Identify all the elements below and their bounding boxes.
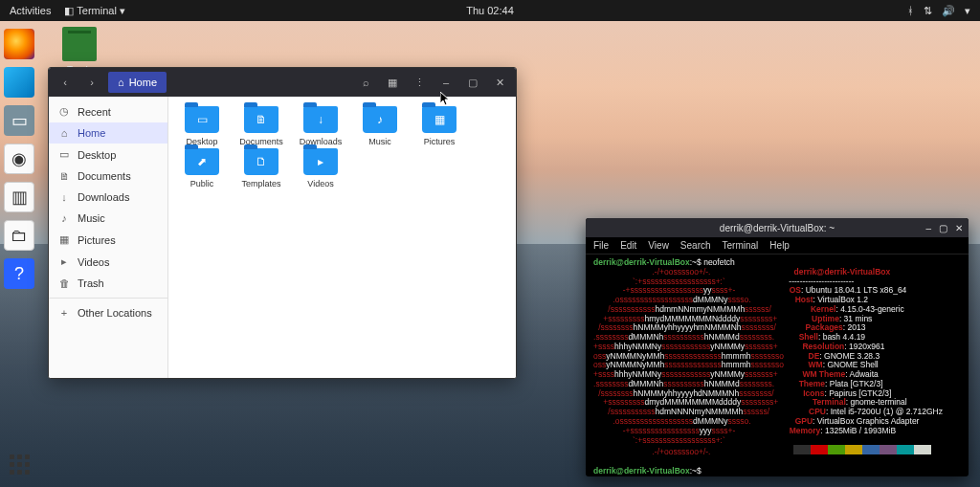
folder-templates[interactable]: 🗋Templates: [235, 148, 287, 188]
desktop-icon: ▭: [58, 148, 70, 161]
folder-downloads[interactable]: ↓Downloads: [295, 106, 346, 146]
cursor-icon: [440, 92, 452, 107]
terminal-titlebar[interactable]: derrik@derrik-VirtualBox: ~ – ▢ ✕: [586, 218, 969, 237]
sidebar-item-home[interactable]: ⌂Home: [49, 122, 167, 144]
view-toggle-button[interactable]: ▦: [382, 72, 403, 93]
music-icon: ♪: [363, 106, 397, 133]
activities-button[interactable]: Activities: [10, 5, 51, 17]
folder-public[interactable]: ⬈Public: [176, 148, 228, 188]
files-icon-view[interactable]: ▭Desktop 🗎Documents ↓Downloads ♪Music ▦P…: [168, 97, 516, 378]
network-icon[interactable]: ⇅: [924, 5, 932, 17]
public-icon: ⬈: [185, 148, 219, 175]
dock-firefox[interactable]: [4, 29, 34, 59]
pictures-icon: ▦: [58, 233, 70, 246]
download-icon: ↓: [303, 106, 338, 133]
top-panel: Activities ◧ Terminal ▾ Thu 02:44 ᚼ ⇅ 🔊 …: [0, 0, 980, 21]
files-sidebar: ◷Recent ⌂Home ▭Desktop 🗎Documents ↓Downl…: [49, 97, 168, 378]
power-icon[interactable]: ▾: [965, 5, 970, 17]
hamburger-button[interactable]: ⋮: [409, 72, 430, 93]
menu-file[interactable]: File: [593, 240, 609, 251]
folder-pictures[interactable]: ▦Pictures: [413, 106, 465, 146]
sidebar-item-downloads[interactable]: ↓Downloads: [49, 187, 167, 208]
dock-files[interactable]: 🗀: [4, 220, 34, 251]
maximize-button[interactable]: ▢: [462, 72, 483, 93]
show-applications-button[interactable]: [10, 454, 31, 476]
back-button[interactable]: ‹: [55, 72, 76, 93]
music-icon: ♪: [58, 212, 70, 224]
terminal-close-button[interactable]: ✕: [955, 223, 963, 233]
videos-icon: ▸: [58, 255, 70, 268]
dock-libreoffice[interactable]: ▥: [4, 182, 34, 212]
sidebar-item-documents[interactable]: 🗎Documents: [49, 166, 167, 187]
terminal-maximize-button[interactable]: ▢: [939, 223, 947, 233]
minimize-button[interactable]: –: [435, 72, 457, 93]
dock-software[interactable]: ▭: [4, 105, 34, 136]
files-window: ‹ › ⌂ Home ⌕ ▦ ⋮ – ▢ ✕ ◷Recent ⌂Home ▭De…: [48, 67, 517, 379]
folder-documents[interactable]: 🗎Documents: [235, 106, 287, 146]
path-bar-home[interactable]: ⌂ Home: [108, 72, 167, 93]
folder-music[interactable]: ♪Music: [354, 106, 406, 146]
terminal-title: derrik@derrik-VirtualBox: ~: [720, 223, 835, 233]
app-menu[interactable]: ◧ Terminal ▾: [64, 5, 124, 17]
trash-icon: [62, 27, 97, 61]
dock-rhythmbox[interactable]: ◉: [4, 144, 34, 174]
folder-desktop[interactable]: ▭Desktop: [176, 106, 228, 146]
close-button[interactable]: ✕: [489, 72, 510, 93]
dock-help[interactable]: ?: [4, 258, 34, 289]
sidebar-item-music[interactable]: ♪Music: [49, 208, 167, 229]
terminal-output[interactable]: derrik@derrik-VirtualBox:~$ neofetch .-/…: [586, 255, 969, 476]
sidebar-item-pictures[interactable]: ▦Pictures: [49, 229, 167, 251]
clock-icon: ◷: [58, 105, 70, 118]
sidebar-item-desktop[interactable]: ▭Desktop: [49, 144, 167, 166]
sidebar-item-other-locations[interactable]: +Other Locations: [49, 302, 167, 323]
sidebar-item-recent[interactable]: ◷Recent: [49, 100, 167, 122]
menu-edit[interactable]: Edit: [620, 240, 636, 251]
folder-videos[interactable]: ▸Videos: [295, 148, 346, 188]
document-icon: 🗎: [244, 106, 278, 133]
plus-icon: +: [58, 307, 70, 319]
sidebar-item-videos[interactable]: ▸Videos: [49, 251, 167, 273]
image-icon: ▦: [422, 106, 457, 133]
monitor-icon: ▭: [185, 106, 219, 133]
template-icon: 🗋: [244, 148, 278, 175]
path-label: Home: [129, 77, 157, 88]
menu-search[interactable]: Search: [680, 240, 711, 251]
clock[interactable]: Thu 02:44: [466, 5, 514, 16]
search-button[interactable]: ⌕: [355, 72, 376, 93]
sidebar-item-trash[interactable]: 🗑Trash: [49, 273, 167, 294]
menu-terminal[interactable]: Terminal: [723, 240, 759, 251]
documents-icon: 🗎: [58, 170, 70, 182]
menu-view[interactable]: View: [648, 240, 669, 251]
terminal-window: derrik@derrik-VirtualBox: ~ – ▢ ✕ File E…: [586, 218, 969, 476]
terminal-menubar: File Edit View Search Terminal Help: [586, 237, 969, 255]
home-icon: ⌂: [58, 127, 70, 139]
dock-thunderbird[interactable]: [4, 67, 34, 98]
downloads-icon: ↓: [58, 191, 70, 203]
trash-icon: 🗑: [58, 277, 70, 289]
terminal-minimize-button[interactable]: –: [925, 223, 931, 233]
dock: ▭ ◉ ▥ 🗀 ?: [4, 29, 40, 289]
home-icon: ⌂: [118, 77, 124, 88]
bluetooth-icon[interactable]: ᚼ: [907, 5, 914, 16]
menu-help[interactable]: Help: [769, 240, 790, 251]
forward-button[interactable]: ›: [81, 72, 102, 93]
volume-icon[interactable]: 🔊: [942, 5, 955, 17]
video-icon: ▸: [303, 148, 338, 175]
